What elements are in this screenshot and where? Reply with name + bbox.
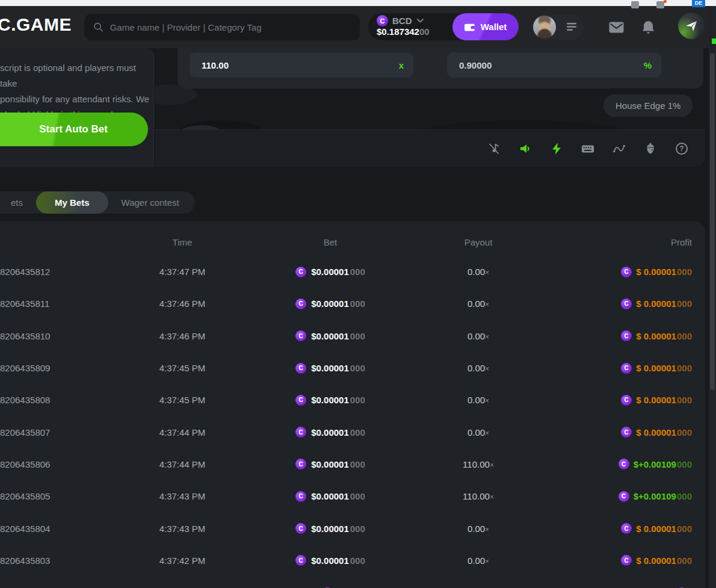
bcd-coin-icon: C bbox=[621, 555, 632, 566]
bet-cell: C$0.00001000 bbox=[244, 523, 416, 534]
bet-amount-sub: 000 bbox=[350, 556, 365, 566]
notifications-bell-icon[interactable] bbox=[641, 20, 655, 35]
wallet-group: C BCD $0.18734200 Wallet bbox=[368, 13, 519, 40]
hotkeys-keyboard-icon[interactable] bbox=[581, 142, 594, 155]
profit-cell: C$ 0.00001000 bbox=[540, 299, 692, 309]
search-input[interactable] bbox=[110, 22, 351, 32]
profit-cell: C$+0.00109000 bbox=[540, 459, 692, 469]
time-cell: 4:37:46 PM bbox=[120, 331, 244, 341]
currency-selector[interactable]: C BCD $0.18734200 bbox=[377, 15, 430, 37]
table-row[interactable]: 82064358084:37:45 PMC$0.000010000.00×C$ … bbox=[0, 384, 705, 416]
bet-amount: $0.00001 bbox=[311, 299, 349, 309]
tab-my-bets[interactable]: My Bets bbox=[36, 191, 108, 214]
win-chance-input[interactable] bbox=[459, 60, 639, 70]
bet-cell: C$0.00001000 bbox=[244, 363, 416, 374]
chat-toggle-button[interactable] bbox=[678, 13, 705, 39]
bet-amount-sub: 000 bbox=[350, 491, 365, 501]
profit-cell: C$ 0.00001000 bbox=[540, 267, 692, 277]
profit-amount-sub: 000 bbox=[677, 459, 692, 469]
payout-cell: 0.00× bbox=[416, 363, 540, 373]
bet-cell: C$0.00001000 bbox=[244, 427, 416, 438]
payout-cell: 0.00× bbox=[416, 427, 540, 438]
bet-amount-sub: 000 bbox=[350, 427, 365, 438]
start-auto-bet-button[interactable]: Start Auto Bet bbox=[0, 113, 148, 146]
tab-all-bets[interactable]: ets bbox=[0, 191, 36, 214]
bet-id-cell: 8206435807 bbox=[0, 427, 120, 438]
wallet-button[interactable]: Wallet bbox=[452, 13, 519, 40]
profit-amount: $+0.00109 bbox=[634, 491, 676, 501]
payout-value: 110.00 bbox=[463, 491, 490, 501]
profile-menu[interactable] bbox=[532, 14, 584, 40]
chat-send-icon bbox=[685, 19, 698, 32]
payout-input[interactable] bbox=[202, 60, 394, 70]
bcd-coin-icon: C bbox=[295, 267, 306, 277]
payout-multiplier-sign: × bbox=[490, 493, 494, 501]
profit-cell: C$+0.00109000 bbox=[540, 491, 692, 502]
site-logo[interactable]: C.GAME bbox=[0, 14, 72, 35]
game-canvas-area: x % House Edge 1% bbox=[155, 48, 705, 167]
mail-icon[interactable] bbox=[609, 22, 624, 33]
bcd-coin-icon: C bbox=[619, 491, 629, 502]
table-row[interactable]: 82064358104:37:46 PMC$0.000010000.00×C$ … bbox=[0, 320, 705, 352]
balance-main: $0.187342 bbox=[377, 26, 419, 37]
page-scrollbar[interactable] bbox=[709, 6, 716, 588]
bet-amount-sub: 000 bbox=[350, 331, 365, 341]
profit-amount-sub: 000 bbox=[677, 299, 692, 309]
bet-amount: $0.00001 bbox=[311, 491, 349, 501]
bet-id-cell: 8206435809 bbox=[0, 363, 120, 373]
profit-amount-sub: 000 bbox=[677, 427, 692, 438]
payout-multiplier-sign: × bbox=[485, 397, 489, 405]
win-chance-input-field[interactable]: % bbox=[447, 52, 661, 78]
table-row[interactable]: 82064358064:37:44 PMC$0.00001000110.00×C… bbox=[0, 448, 705, 480]
bet-amount: $0.00001 bbox=[311, 331, 349, 341]
help-icon[interactable]: ? bbox=[675, 142, 688, 155]
table-row[interactable]: 82064358094:37:45 PMC$0.000010000.00×C$ … bbox=[0, 352, 705, 384]
auto-bet-panel: script is optional and players must take… bbox=[0, 48, 154, 167]
payout-value: 0.00 bbox=[468, 267, 485, 277]
bet-amount-sub: 000 bbox=[350, 459, 365, 469]
browser-extension-icon[interactable] bbox=[631, 1, 639, 8]
table-header-row: Time Bet Payout Profit bbox=[0, 221, 705, 256]
sound-icon[interactable] bbox=[519, 142, 532, 155]
payout-cell: 0.00× bbox=[416, 395, 540, 405]
tab-wager-contest[interactable]: Wager contest bbox=[108, 191, 193, 214]
bet-amount: $0.00001 bbox=[311, 395, 349, 405]
bet-settings-strip: x % bbox=[177, 48, 703, 88]
scrollbar-thumb[interactable] bbox=[710, 53, 715, 390]
table-row[interactable]: CC bbox=[0, 577, 705, 588]
header-bet: Bet bbox=[244, 237, 416, 247]
profit-amount: $ 0.00001 bbox=[636, 427, 676, 438]
percent-suffix: % bbox=[644, 60, 652, 70]
table-row[interactable]: 82064358044:37:43 PMC$0.000010000.00×C$ … bbox=[0, 512, 705, 544]
time-cell: 4:37:44 PM bbox=[120, 427, 244, 438]
bet-cell: C$0.00001000 bbox=[244, 555, 416, 566]
trends-icon[interactable] bbox=[613, 142, 626, 155]
extension-notification-dot bbox=[664, 0, 667, 3]
bcd-coin-icon: C bbox=[295, 555, 306, 566]
seeds-acorn-icon[interactable] bbox=[644, 142, 657, 155]
bet-amount-sub: 000 bbox=[350, 524, 365, 534]
payout-input-field[interactable]: x bbox=[190, 52, 413, 78]
table-row[interactable]: 82064358034:37:42 PMC$0.000010000.00×C$ … bbox=[0, 545, 705, 577]
payout-value: 0.00 bbox=[468, 299, 485, 309]
game-search-bar[interactable] bbox=[84, 14, 360, 40]
game-toolbar: ? bbox=[155, 129, 705, 167]
payout-cell: 0.00× bbox=[416, 299, 540, 309]
bcd-coin-icon: C bbox=[377, 15, 388, 26]
table-row[interactable]: 82064358074:37:44 PMC$0.000010000.00×C$ … bbox=[0, 416, 705, 448]
table-row[interactable]: 82064358124:37:47 PMC$0.000010000.00×C$ … bbox=[0, 256, 705, 288]
bcd-coin-icon: C bbox=[295, 363, 306, 374]
turbo-bolt-icon[interactable] bbox=[550, 142, 563, 155]
table-row[interactable]: 82064358054:37:43 PMC$0.00001000110.00×C… bbox=[0, 480, 705, 512]
bcd-coin-icon: C bbox=[295, 491, 306, 502]
table-row[interactable]: 82064358114:37:46 PMC$0.000010000.00×C$ … bbox=[0, 288, 705, 320]
payout-multiplier-sign: × bbox=[485, 300, 489, 309]
browser-extension-icon[interactable] bbox=[656, 1, 664, 8]
bet-id-cell: 8206435810 bbox=[0, 331, 120, 341]
bet-id-cell: 8206435806 bbox=[0, 459, 120, 469]
bet-cell: C$0.00001000 bbox=[244, 330, 416, 341]
user-avatar[interactable] bbox=[533, 16, 556, 39]
translate-de-badge[interactable]: DE bbox=[692, 0, 705, 7]
music-off-icon[interactable] bbox=[487, 142, 501, 155]
payout-value: 0.00 bbox=[468, 427, 485, 438]
